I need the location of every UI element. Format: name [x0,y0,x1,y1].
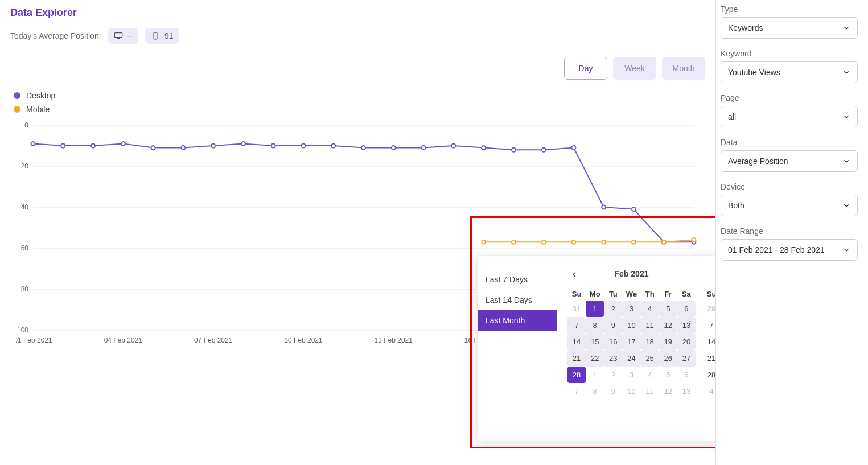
svg-point-38 [482,146,486,150]
calendar-day[interactable]: 1 [586,301,604,317]
calendar-day[interactable]: 26 [659,350,677,367]
svg-text:10 Feb 2021: 10 Feb 2021 [284,336,323,344]
filter-device-label: Device [721,182,858,191]
calendar-day[interactable]: 18 [641,334,659,350]
avg-position-label: Today's Average Position: [10,31,101,40]
calendar-day[interactable]: 8 [586,317,604,334]
calendar-day: 9 [604,383,622,400]
calendar-title: Feb 2021 [615,269,649,278]
legend-desktop[interactable]: Desktop [14,91,705,100]
calendar-dow: Tu [604,287,622,301]
type-select[interactable]: Keywords [721,17,858,39]
date-preset-0[interactable]: Last 7 Days [478,269,557,290]
calendar-day: 31 [567,301,586,317]
svg-point-32 [301,144,305,148]
calendar-day[interactable]: 14 [567,334,586,350]
svg-point-24 [61,144,65,148]
calendar-day[interactable]: 21 [567,350,586,367]
svg-point-27 [151,146,155,150]
calendar-day: 8 [586,383,604,400]
legend-mobile[interactable]: Mobile [14,105,705,114]
calendar-dow: Sa [677,287,696,301]
calendar-day[interactable]: 7 [702,317,715,334]
calendar-day[interactable]: 12 [659,317,677,334]
filter-daterange: Date Range 01 Feb 2021 - 28 Feb 2021 [721,227,858,261]
svg-point-30 [241,142,245,146]
calendar-day[interactable]: 13 [677,317,696,334]
filter-device: Device Both [721,182,858,216]
filter-page-label: Page [721,93,858,102]
calendar-day: 13 [677,383,696,400]
svg-point-25 [91,144,95,148]
legend-desktop-label: Desktop [26,91,55,100]
page-value: all [728,112,736,121]
filter-keyword-label: Keyword [721,49,858,58]
svg-point-41 [571,146,575,150]
interval-day[interactable]: Day [564,57,607,80]
keyword-value: Youtube Views [728,68,780,77]
date-preset-1[interactable]: Last 14 Days [478,290,557,310]
keyword-select[interactable]: Youtube Views [721,61,858,83]
svg-point-52 [662,240,666,244]
filter-type-label: Type [721,5,858,14]
calendar-day[interactable]: 11 [641,317,659,334]
svg-point-35 [392,146,396,150]
avg-position-row: Today's Average Position: -- 91 [10,28,705,50]
mobile-avg-value: 91 [164,31,174,40]
calendar-day[interactable]: 19 [659,334,677,350]
calendar-day[interactable]: 25 [641,350,659,367]
mobile-avg-pill[interactable]: 91 [145,28,179,44]
dot-icon [14,92,20,99]
calendar-day[interactable]: 22 [586,350,604,367]
calendar-dow: Fr [659,287,677,301]
svg-point-29 [211,144,215,148]
calendar-day[interactable]: 17 [622,334,640,350]
svg-text:0: 0 [24,121,28,129]
chevron-down-icon [842,157,850,165]
calendar-prev-icon[interactable]: ‹ [567,267,581,281]
calendar-day: 12 [659,383,677,400]
calendar-day: 1 [586,367,604,383]
data-select[interactable]: Average Position [721,150,858,172]
device-value: Both [728,201,744,210]
calendar-day[interactable]: 27 [677,350,696,367]
calendar-day[interactable]: 23 [604,350,622,367]
interval-month[interactable]: Month [662,57,705,80]
calendar-day[interactable]: 9 [604,317,622,334]
calendar-day[interactable]: 20 [677,334,696,350]
calendar-day[interactable]: 5 [659,301,677,317]
svg-point-23 [31,142,35,146]
calendar-dow: We [622,287,640,301]
date-preset-2[interactable]: Last Month [478,310,557,331]
calendar-day[interactable]: 15 [586,334,604,350]
calendar-day[interactable]: 28 [567,367,586,383]
calendar-day[interactable]: 24 [622,350,640,367]
calendar-day[interactable]: 28 [702,367,715,383]
daterange-select[interactable]: 01 Feb 2021 - 28 Feb 2021 [721,239,858,261]
calendar-dow: Th [641,287,659,301]
calendar-day[interactable]: 21 [702,350,715,367]
calendar-day[interactable]: 3 [622,301,640,317]
svg-point-48 [542,240,546,244]
svg-text:13 Feb 2021: 13 Feb 2021 [375,336,413,344]
calendar-day[interactable]: 16 [604,334,622,350]
calendar-day[interactable]: 4 [641,301,659,317]
calendar-day[interactable]: 7 [567,317,586,334]
page-select[interactable]: all [721,106,858,127]
chevron-down-icon [842,113,850,121]
calendar-dow: Su [702,287,715,301]
desktop-avg-pill[interactable]: -- [108,28,138,44]
calendar-day[interactable]: 6 [677,301,696,317]
calendar-day[interactable]: 14 [702,334,715,350]
calendar-header: Mar 2021› [702,266,715,282]
svg-text:80: 80 [21,285,29,293]
svg-point-33 [331,144,335,148]
calendar-day[interactable]: 2 [604,301,622,317]
desktop-icon [114,32,123,40]
svg-point-26 [121,142,125,146]
calendar-day: 4 [641,367,659,383]
interval-week[interactable]: Week [613,57,656,80]
legend-mobile-label: Mobile [26,105,50,114]
device-select[interactable]: Both [721,195,858,216]
calendar-day[interactable]: 10 [622,317,640,334]
